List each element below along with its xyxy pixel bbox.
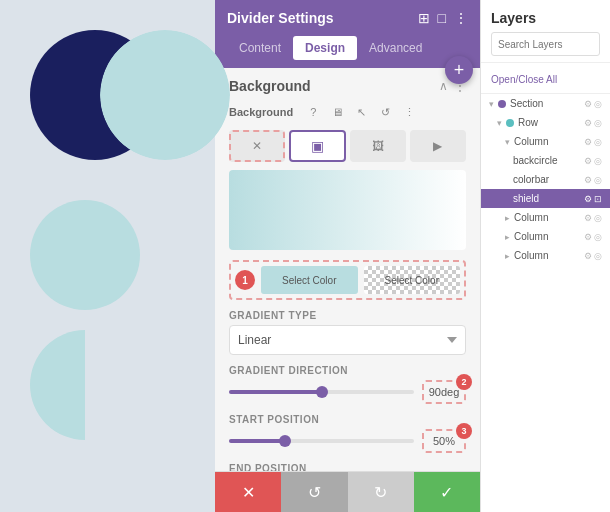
layer-item-backcircle[interactable]: backcircle ⚙ ◎: [481, 151, 610, 170]
settings-icon-section[interactable]: ⚙: [584, 99, 592, 109]
eye-icon-section[interactable]: ◎: [594, 99, 602, 109]
gradient-type-select[interactable]: Linear: [229, 325, 466, 355]
chevron-row-icon: ▾: [497, 118, 502, 128]
tabs-bar: Content Design Advanced: [215, 36, 480, 68]
bg-image-btn[interactable]: 🖼: [350, 130, 406, 162]
panel-header: Divider Settings ⊞ □ ⋮: [215, 0, 480, 36]
color-selectors-row: 1 Select Color Select Color: [229, 260, 466, 300]
layers-actions: Open/Close All: [481, 63, 610, 94]
undo-icon[interactable]: ↺: [375, 102, 395, 122]
no-bg-icon: ✕: [252, 139, 262, 153]
grid-icon[interactable]: ⊞: [418, 10, 430, 26]
layer-icons-shield: ⚙ ⊡: [584, 194, 602, 204]
background-controls-row: Background ? 🖥 ↖ ↺ ⋮: [229, 102, 466, 122]
layer-name-column3: Column: [514, 231, 580, 242]
tab-design[interactable]: Design: [293, 36, 357, 60]
layer-name-shield: shield: [513, 193, 580, 204]
panel-footer: ✕ ↺ ↻ ✓: [215, 471, 480, 512]
layer-item-row[interactable]: ▾ Row ⚙ ◎: [481, 113, 610, 132]
layer-item-column2[interactable]: ▸ Column ⚙ ◎: [481, 208, 610, 227]
layer-icons-backcircle: ⚙ ◎: [584, 156, 602, 166]
slider-thumb-direction[interactable]: [316, 386, 328, 398]
bg-gradient-btn[interactable]: ▣: [289, 130, 345, 162]
start-position-slider[interactable]: [229, 439, 414, 443]
settings-icon-colorbar[interactable]: ⚙: [584, 175, 592, 185]
layer-icons-col3: ⚙ ◎: [584, 232, 602, 242]
undo-button[interactable]: ↺: [281, 472, 347, 512]
half-circle: [30, 330, 140, 440]
layer-item-colorbar[interactable]: colorbar ⚙ ◎: [481, 170, 610, 189]
layer-name-column2: Column: [514, 212, 580, 223]
gradient-direction-slider[interactable]: [229, 390, 414, 394]
redo-button[interactable]: ↻: [348, 472, 414, 512]
start-position-label: Start Position: [229, 414, 466, 425]
bg-video-btn[interactable]: ▶: [410, 130, 466, 162]
bg-none-btn[interactable]: ✕: [229, 130, 285, 162]
header-icons: ⊞ □ ⋮: [418, 10, 468, 26]
eye-icon-col1[interactable]: ◎: [594, 137, 602, 147]
eye-icon-col4[interactable]: ◎: [594, 251, 602, 261]
start-position-field: Start Position 50% 3: [229, 414, 466, 453]
layers-search-input[interactable]: [491, 32, 600, 56]
chevron-up-icon[interactable]: ∧: [439, 79, 448, 93]
settings-icon-row[interactable]: ⚙: [584, 118, 592, 128]
add-fab-button[interactable]: +: [445, 56, 473, 84]
help-icon[interactable]: ?: [303, 102, 323, 122]
start-position-value-box: 50% 3: [422, 429, 466, 453]
chevron-col3-icon: ▸: [505, 232, 510, 242]
eye-icon-shield[interactable]: ⊡: [594, 194, 602, 204]
layer-icons-colorbar: ⚙ ◎: [584, 175, 602, 185]
slider-thumb-start[interactable]: [279, 435, 291, 447]
gradient-type-field: Gradient Type Linear: [229, 310, 466, 355]
cancel-icon: ✕: [242, 483, 255, 502]
layer-name-backcircle: backcircle: [513, 155, 580, 166]
eye-icon-col2[interactable]: ◎: [594, 213, 602, 223]
color-select-1[interactable]: Select Color: [261, 266, 358, 294]
undo-footer-icon: ↺: [308, 483, 321, 502]
eye-icon-col3[interactable]: ◎: [594, 232, 602, 242]
settings-panel: Divider Settings ⊞ □ ⋮ Content Design Ad…: [215, 0, 480, 512]
layer-icons-row: ⚙ ◎: [584, 118, 602, 128]
open-close-all-button[interactable]: Open/Close All: [491, 74, 557, 85]
start-position-value: 50%: [433, 435, 455, 447]
layer-item-column1[interactable]: ▾ Column ⚙ ◎: [481, 132, 610, 151]
tab-advanced[interactable]: Advanced: [357, 36, 434, 60]
settings-icon-col4[interactable]: ⚙: [584, 251, 592, 261]
layer-icons-col1: ⚙ ◎: [584, 137, 602, 147]
settings-icon-col3[interactable]: ⚙: [584, 232, 592, 242]
save-button[interactable]: ✓: [414, 472, 480, 512]
desktop-icon[interactable]: 🖥: [327, 102, 347, 122]
step-badge-1: 1: [235, 270, 255, 290]
color-select-2[interactable]: Select Color: [364, 266, 461, 294]
eye-icon-backcircle[interactable]: ◎: [594, 156, 602, 166]
layer-item-column4[interactable]: ▸ Column ⚙ ◎: [481, 246, 610, 265]
slider-fill-direction: [229, 390, 322, 394]
eye-icon-colorbar[interactable]: ◎: [594, 175, 602, 185]
light-circle-top: [100, 30, 230, 160]
settings-icon-backcircle[interactable]: ⚙: [584, 156, 592, 166]
slider-track-direction: [229, 390, 414, 394]
layer-dot-row: [506, 119, 514, 127]
gradient-type-label: Gradient Type: [229, 310, 466, 321]
layer-item-section[interactable]: ▾ Section ⚙ ◎: [481, 94, 610, 113]
cursor-icon[interactable]: ↖: [351, 102, 371, 122]
settings-icon-col2[interactable]: ⚙: [584, 213, 592, 223]
layer-item-column3[interactable]: ▸ Column ⚙ ◎: [481, 227, 610, 246]
settings-icon-shield[interactable]: ⚙: [584, 194, 592, 204]
gradient-preview: [229, 170, 466, 250]
window-icon[interactable]: □: [438, 10, 446, 26]
more-bg-icon[interactable]: ⋮: [399, 102, 419, 122]
gradient-direction-slider-row: 90deg 2: [229, 380, 466, 404]
settings-icon-col1[interactable]: ⚙: [584, 137, 592, 147]
layer-item-shield[interactable]: shield ⚙ ⊡: [481, 189, 610, 208]
eye-icon-row[interactable]: ◎: [594, 118, 602, 128]
layer-name-column4: Column: [514, 250, 580, 261]
more-icon[interactable]: ⋮: [454, 10, 468, 26]
chevron-col4-icon: ▸: [505, 251, 510, 261]
tab-content[interactable]: Content: [227, 36, 293, 60]
cancel-button[interactable]: ✕: [215, 472, 281, 512]
gradient-direction-label: Gradient Direction: [229, 365, 466, 376]
background-label: Background: [229, 106, 293, 118]
layer-name-column1: Column: [514, 136, 580, 147]
layer-icons-col2: ⚙ ◎: [584, 213, 602, 223]
